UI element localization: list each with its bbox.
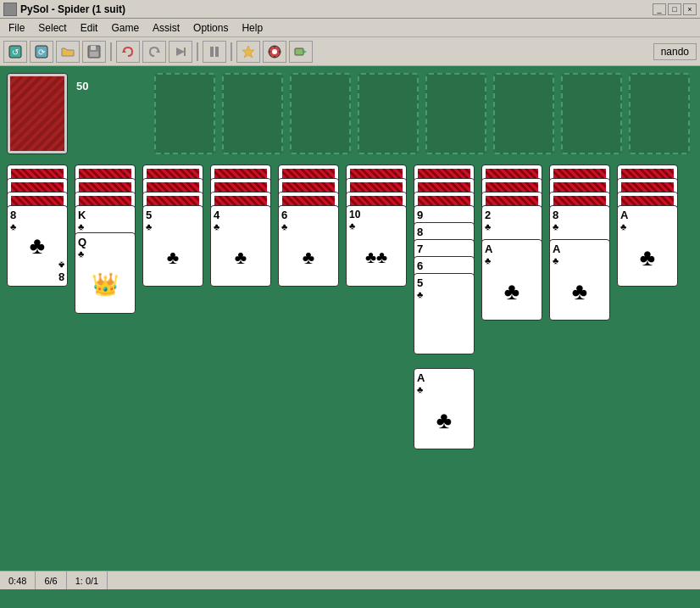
foundation-slot-4 xyxy=(358,73,419,154)
window-title: PySol - Spider (1 suit) xyxy=(20,3,125,15)
menu-game[interactable]: Game xyxy=(106,20,144,36)
stats-button[interactable] xyxy=(236,41,260,63)
foundation-slot-5 xyxy=(425,73,486,154)
open-button[interactable] xyxy=(56,41,80,63)
pause-button[interactable] xyxy=(203,41,226,63)
menu-select[interactable]: Select xyxy=(33,20,71,36)
separator-2 xyxy=(197,42,198,61)
status-score: 1: 0/1 xyxy=(67,572,108,589)
svg-marker-13 xyxy=(242,46,254,58)
title-controls[interactable]: _ □ × xyxy=(653,3,697,15)
moves-value: 6/6 xyxy=(44,576,57,586)
svg-rect-11 xyxy=(210,47,214,57)
svg-rect-12 xyxy=(215,47,219,57)
title-bar-left: PySol - Spider (1 suit) xyxy=(3,3,125,16)
foundation-slot-6 xyxy=(493,73,554,154)
score-value: 1: 0/1 xyxy=(75,576,99,586)
svg-rect-6 xyxy=(90,52,98,57)
maximize-button[interactable]: □ xyxy=(668,3,681,15)
minimize-button[interactable]: _ xyxy=(653,3,666,15)
autodrop-button[interactable] xyxy=(169,41,192,63)
menu-bar: File Select Edit Game Assist Options Hel… xyxy=(0,19,700,37)
menu-edit[interactable]: Edit xyxy=(75,20,103,36)
menu-help[interactable]: Help xyxy=(236,20,268,36)
restart-button[interactable]: ⟳ xyxy=(30,41,53,63)
menu-assist[interactable]: Assist xyxy=(147,20,185,36)
card-4-clubs-col4[interactable]: 4 ♣ ♣ xyxy=(210,205,271,287)
foundation-slot-2 xyxy=(222,73,283,154)
svg-rect-5 xyxy=(91,46,96,50)
menu-options[interactable]: Options xyxy=(188,20,233,36)
menu-file[interactable]: File xyxy=(3,20,30,36)
foundation-slot-7 xyxy=(561,73,622,154)
card-a-clubs-col7[interactable]: A ♣ ♣ xyxy=(414,368,475,449)
status-bar: 0:48 6/6 1: 0/1 xyxy=(0,571,700,589)
user-label: nando xyxy=(653,43,697,60)
card-a-clubs-col10[interactable]: A ♣ ♣ xyxy=(617,205,678,287)
options-button[interactable] xyxy=(263,41,286,63)
svg-marker-9 xyxy=(176,47,185,56)
game-area[interactable]: 50 8 ♣ ♣ ♣ 8 K ♣ Q ♣ xyxy=(0,66,700,571)
card-6-clubs-col5[interactable]: 6 ♣ ♣ xyxy=(278,205,339,287)
svg-point-15 xyxy=(272,49,277,54)
card-a-clubs-col8[interactable]: A ♣ ♣ xyxy=(481,239,542,321)
undo-button[interactable] xyxy=(116,41,140,63)
new-game-button[interactable]: ↺ xyxy=(3,41,27,63)
card-5-clubs-col3[interactable]: 5 ♣ ♣ xyxy=(142,205,203,287)
svg-marker-21 xyxy=(303,50,307,53)
toolbar: ↺ ⟳ nando xyxy=(0,37,700,66)
app-icon xyxy=(3,3,17,16)
foundation-slot-8 xyxy=(629,73,690,154)
time-value: 0:48 xyxy=(8,576,26,586)
svg-text:↺: ↺ xyxy=(12,47,19,57)
card-10-clubs-col6[interactable]: 10 ♣ ♣♣ xyxy=(346,205,407,287)
quit-button[interactable] xyxy=(289,41,313,63)
stock-count: 50 xyxy=(76,80,88,92)
svg-text:⟳: ⟳ xyxy=(38,47,46,57)
card-5-clubs-col7b[interactable]: 5 ♣ xyxy=(414,273,475,354)
card-a-clubs-col9b[interactable]: A ♣ ♣ xyxy=(549,239,610,321)
card-q-clubs-col2[interactable]: Q ♣ 👑 xyxy=(75,232,136,314)
title-bar: PySol - Spider (1 suit) _ □ × xyxy=(0,0,700,19)
save-button[interactable] xyxy=(82,41,106,63)
foundation-slot-1 xyxy=(154,73,215,154)
redo-button[interactable] xyxy=(142,41,166,63)
foundation-slot-3 xyxy=(290,73,351,154)
separator-3 xyxy=(231,42,232,61)
card-8-clubs-col1[interactable]: 8 ♣ ♣ ♣ 8 xyxy=(7,205,68,287)
status-moves: 6/6 xyxy=(36,572,66,589)
status-time: 0:48 xyxy=(0,572,36,589)
close-button[interactable]: × xyxy=(683,3,697,15)
separator-1 xyxy=(110,42,112,61)
svg-rect-20 xyxy=(295,48,303,55)
